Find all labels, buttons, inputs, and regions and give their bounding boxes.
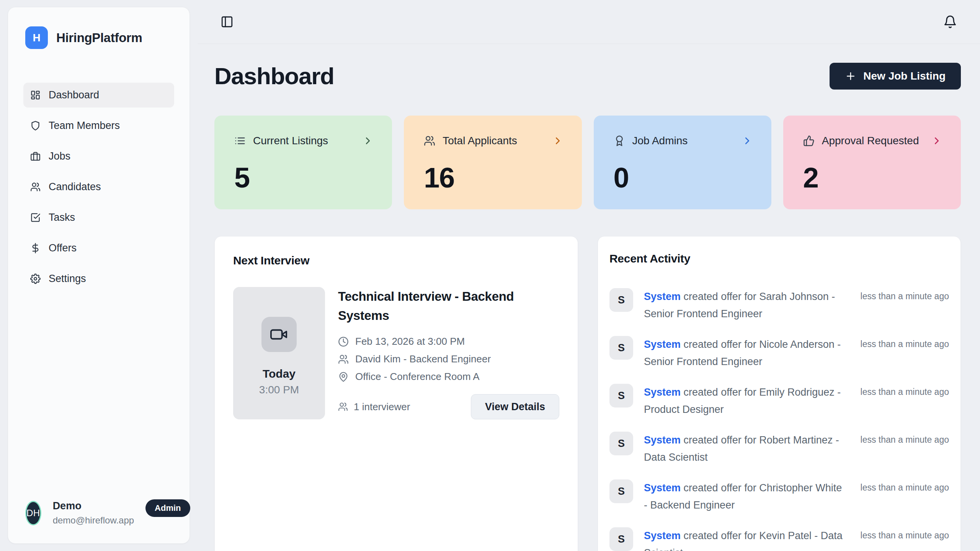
stat-cards: Current Listings 5 Total Applicants (214, 116, 961, 209)
sidebar-item-label: Jobs (49, 150, 70, 162)
user-meta: Demo demo@hireflow.app (53, 500, 134, 526)
brand-name: HiringPlatform (56, 31, 142, 45)
user-box[interactable]: DH Demo demo@hireflow.app Admin (8, 500, 189, 543)
award-icon (614, 135, 625, 147)
activity-timestamp: less than a minute ago (861, 336, 949, 349)
stat-value: 0 (614, 161, 753, 194)
stat-label: Current Listings (253, 135, 328, 147)
content: Dashboard New Job Listing Current Listin… (198, 62, 980, 551)
map-pin-icon (338, 372, 349, 382)
stat-value: 2 (803, 161, 942, 194)
briefcase-icon (30, 151, 41, 161)
chevron-right-icon (552, 135, 564, 147)
sidebar-item-settings[interactable]: Settings (23, 266, 174, 291)
stat-card-job-admins[interactable]: Job Admins 0 (594, 116, 771, 209)
activity-avatar: S (609, 384, 633, 408)
stat-label: Job Admins (632, 135, 688, 147)
users-icon (30, 182, 41, 192)
activity-row: S System created offer for Nicole Anders… (609, 336, 949, 370)
main-area: Dashboard New Job Listing Current Listin… (198, 0, 980, 551)
thumbs-up-icon (803, 135, 815, 147)
sidebar-item-offers[interactable]: Offers (23, 236, 174, 261)
activity-timestamp: less than a minute ago (861, 288, 949, 302)
activity-actor-link[interactable]: System (644, 434, 681, 446)
stat-label: Approval Requested (822, 135, 919, 147)
view-details-button[interactable]: View Details (471, 394, 559, 419)
activity-row: S System created offer for Robert Martin… (609, 432, 949, 466)
interview-datetime: Feb 13, 2026 at 3:00 PM (355, 336, 465, 347)
activity-text: System created offer for Kevin Patel - D… (644, 527, 843, 551)
stat-card-approval-requested[interactable]: Approval Requested 2 (783, 116, 961, 209)
interview-datetime-row: Feb 13, 2026 at 3:00 PM (338, 336, 559, 347)
activity-timestamp: less than a minute ago (861, 432, 949, 445)
interview-info: Technical Interview - Backend Systems Fe… (338, 287, 559, 419)
activity-text: System created offer for Christopher Whi… (644, 479, 843, 514)
activity-row: S System created offer for Kevin Patel -… (609, 527, 949, 551)
interview-time: 3:00 PM (259, 384, 299, 396)
clock-icon (338, 336, 349, 347)
interview-job-title: Technical Interview - Backend Systems (338, 287, 529, 325)
gear-icon (30, 274, 41, 284)
sidebar-item-label: Team Members (49, 120, 120, 132)
video-icon-box (261, 317, 297, 352)
stat-value: 16 (424, 161, 563, 194)
users-icon (338, 402, 348, 412)
activity-text: System created offer for Sarah Johnson -… (644, 288, 843, 323)
activity-list: S System created offer for Sarah Johnson… (609, 288, 949, 551)
topbar (198, 0, 980, 44)
interview-date-tile: Today 3:00 PM (233, 287, 325, 419)
recent-activity-panel: Recent Activity S System created offer f… (598, 236, 961, 551)
activity-text: System created offer for Robert Martinez… (644, 432, 843, 466)
sidebar-item-jobs[interactable]: Jobs (23, 144, 174, 169)
interview-candidate: David Kim - Backend Engineer (355, 353, 491, 365)
activity-timestamp: less than a minute ago (861, 527, 949, 541)
interviewer-count-label: 1 interviewer (354, 401, 410, 413)
sidebar-item-candidates[interactable]: Candidates (23, 174, 174, 199)
interview-candidate-row: David Kim - Backend Engineer (338, 353, 559, 365)
stat-card-total-applicants[interactable]: Total Applicants 16 (404, 116, 581, 209)
activity-row: S System created offer for Sarah Johnson… (609, 288, 949, 323)
activity-timestamp: less than a minute ago (861, 384, 949, 397)
dollar-icon (30, 243, 41, 253)
sidebar: H HiringPlatform Dashboard Team Members … (8, 7, 190, 544)
activity-actor-link[interactable]: System (644, 291, 681, 302)
sidebar-item-label: Offers (49, 242, 77, 254)
activity-actor-link[interactable]: System (644, 339, 681, 350)
sidebar-item-team-members[interactable]: Team Members (23, 113, 174, 138)
chevron-right-icon (931, 135, 942, 147)
sidebar-item-dashboard[interactable]: Dashboard (23, 83, 174, 108)
role-badge: Admin (145, 499, 190, 517)
chevron-right-icon (362, 135, 374, 147)
activity-actor-link[interactable]: System (644, 530, 681, 541)
users-icon (424, 135, 435, 147)
activity-avatar: S (609, 479, 633, 503)
shield-icon (30, 121, 41, 131)
activity-avatar: S (609, 288, 633, 312)
bell-icon[interactable] (943, 15, 957, 29)
page-title: Dashboard (214, 62, 334, 90)
activity-row: S System created offer for Emily Rodrigu… (609, 384, 949, 418)
plus-icon (845, 70, 856, 82)
stat-value: 5 (234, 161, 374, 194)
sidebar-item-label: Dashboard (49, 89, 99, 101)
user-email: demo@hireflow.app (53, 515, 134, 526)
video-camera-icon (270, 326, 288, 343)
new-job-listing-button[interactable]: New Job Listing (830, 63, 961, 90)
sidebar-item-label: Settings (49, 273, 86, 285)
dashboard-grid-icon (30, 90, 41, 100)
activity-avatar: S (609, 527, 633, 551)
check-square-icon (30, 212, 41, 223)
brand-logo: H (25, 26, 48, 49)
stat-label: Total Applicants (443, 135, 517, 147)
sidebar-item-tasks[interactable]: Tasks (23, 205, 174, 230)
activity-text: System created offer for Emily Rodriguez… (644, 384, 843, 418)
activity-actor-link[interactable]: System (644, 386, 681, 398)
new-job-listing-label: New Job Listing (863, 70, 946, 82)
activity-actor-link[interactable]: System (644, 482, 681, 494)
panel-left-icon[interactable] (220, 15, 234, 28)
activity-avatar: S (609, 432, 633, 455)
user-name: Demo (53, 500, 134, 512)
stat-card-current-listings[interactable]: Current Listings 5 (214, 116, 392, 209)
brand: H HiringPlatform (8, 7, 189, 49)
users-icon (338, 354, 349, 365)
